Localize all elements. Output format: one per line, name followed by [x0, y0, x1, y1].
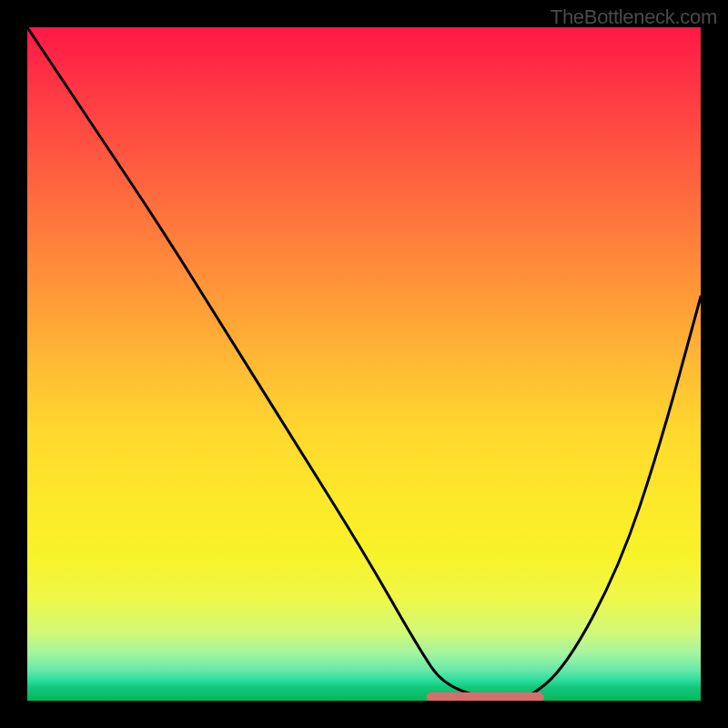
bottleneck-line	[27, 27, 701, 701]
curve-svg	[27, 27, 701, 701]
plot-area	[27, 27, 701, 701]
watermark-label: TheBottleneck.com	[551, 5, 717, 29]
chart-container: TheBottleneck.com	[0, 0, 728, 728]
